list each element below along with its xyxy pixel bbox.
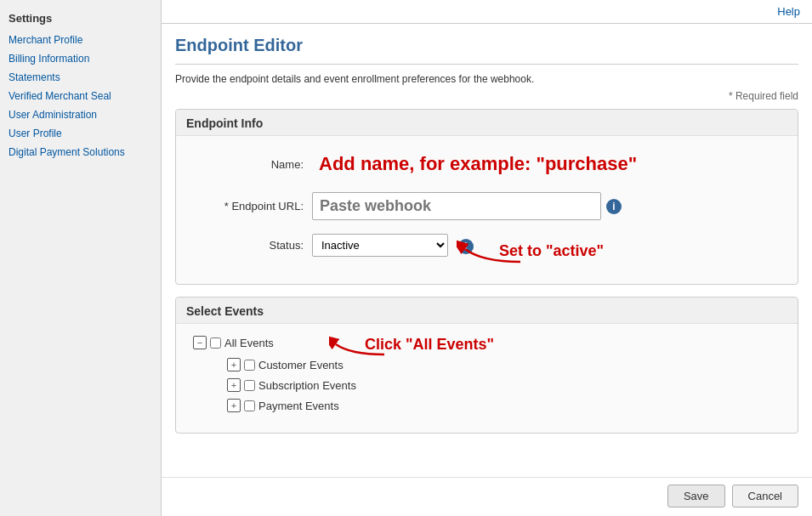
- url-info-icon[interactable]: i: [606, 199, 622, 214]
- name-annotation: Add name, for example: "purchase": [312, 150, 644, 179]
- customer-events-checkbox[interactable]: [244, 360, 255, 371]
- payment-events-expand-icon[interactable]: +: [227, 399, 241, 412]
- select-events-body: − All Events Click "A: [176, 324, 798, 433]
- status-row: Status: Inactive Active i: [193, 234, 781, 257]
- sidebar-item-billing[interactable]: Billing Information: [9, 52, 152, 65]
- url-label-text: * Endpoint URL:: [224, 200, 304, 213]
- sidebar-item-digital-payment[interactable]: Digital Payment Solutions: [9, 145, 152, 159]
- endpoint-info-title: Endpoint Info: [176, 110, 798, 136]
- url-row: * Endpoint URL: i: [193, 192, 781, 220]
- endpoint-url-input[interactable]: [312, 192, 601, 220]
- save-button[interactable]: Save: [667, 485, 725, 507]
- customer-events-row: + Customer Events: [227, 358, 781, 371]
- url-label: * Endpoint URL:: [193, 200, 312, 213]
- select-events-title: Select Events: [176, 298, 798, 324]
- name-row: Name: Add name, for example: "purchase": [193, 150, 781, 179]
- payment-events-checkbox[interactable]: [244, 400, 255, 411]
- endpoint-info-section: Endpoint Info Name: Add name, for exampl…: [175, 109, 798, 285]
- content-area: Endpoint Editor Provide the endpoint det…: [162, 24, 812, 477]
- select-events-section: Select Events − All Events: [175, 297, 798, 434]
- endpoint-info-body: Name: Add name, for example: "purchase" …: [176, 136, 798, 284]
- sidebar-item-user-profile[interactable]: User Profile: [9, 127, 152, 140]
- cancel-button[interactable]: Cancel: [732, 485, 798, 507]
- sub-events-list: + Customer Events + Subscription Events …: [227, 358, 781, 412]
- status-select[interactable]: Inactive Active: [312, 234, 448, 257]
- sidebar-item-statements[interactable]: Statements: [9, 71, 152, 84]
- status-info-icon[interactable]: i: [458, 239, 474, 254]
- customer-events-label: Customer Events: [258, 359, 344, 371]
- all-events-arrow-svg: [329, 329, 389, 361]
- name-label: Name:: [193, 158, 312, 171]
- all-events-annotation-text: Click "All Events": [365, 336, 494, 354]
- topbar: Help: [162, 0, 812, 24]
- sidebar: Settings Merchant Profile Billing Inform…: [0, 0, 162, 516]
- all-events-label: All Events: [224, 337, 274, 349]
- subscription-events-label: Subscription Events: [258, 379, 356, 392]
- sidebar-item-merchant-profile[interactable]: Merchant Profile: [9, 33, 152, 47]
- page-description: Provide the endpoint details and event e…: [175, 73, 798, 85]
- customer-events-expand-icon[interactable]: +: [227, 358, 241, 371]
- sidebar-item-user-admin[interactable]: User Administration: [9, 108, 152, 122]
- help-link[interactable]: Help: [777, 5, 800, 18]
- page-divider: [175, 64, 798, 65]
- all-events-checkbox[interactable]: [210, 337, 221, 349]
- all-events-collapse-icon[interactable]: −: [193, 336, 207, 349]
- sidebar-title: Settings: [9, 12, 152, 25]
- all-events-row: − All Events Click "A: [193, 336, 781, 349]
- page-title: Endpoint Editor: [175, 36, 798, 55]
- payment-events-row: + Payment Events: [227, 399, 781, 412]
- main-content: Help Endpoint Editor Provide the endpoin…: [162, 0, 812, 516]
- status-annotation-text: Set to "active": [499, 242, 604, 260]
- all-events-annotation-container: Click "All Events": [329, 329, 389, 361]
- payment-events-label: Payment Events: [258, 400, 339, 412]
- subscription-events-expand-icon[interactable]: +: [227, 378, 241, 392]
- subscription-events-row: + Subscription Events: [227, 378, 781, 392]
- required-note: * Required field: [175, 90, 798, 102]
- status-label: Status:: [193, 239, 312, 252]
- subscription-events-checkbox[interactable]: [244, 380, 255, 391]
- sidebar-item-verified-seal[interactable]: Verified Merchant Seal: [9, 89, 152, 103]
- footer-buttons: Save Cancel: [162, 477, 812, 516]
